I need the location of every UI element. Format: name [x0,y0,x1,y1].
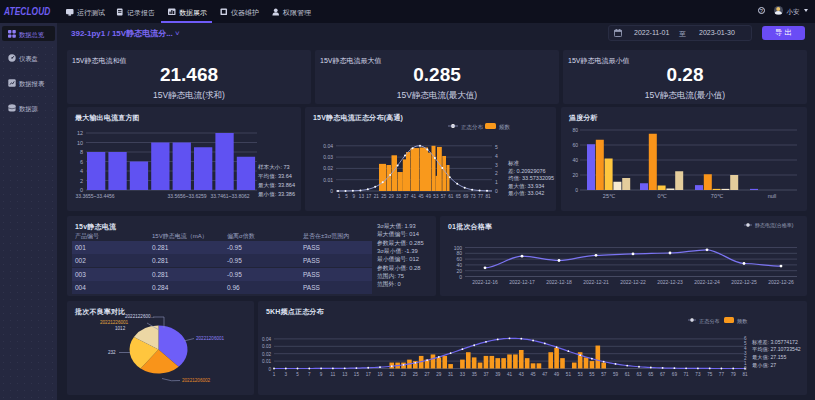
svg-text:最小值: 33.042: 最小值: 33.042 [508,190,544,196]
svg-text:5: 5 [345,194,348,199]
svg-text:79: 79 [731,372,737,377]
svg-text:19: 19 [377,372,383,377]
svg-text:0℃: 0℃ [657,193,666,199]
svg-text:10: 10 [77,140,83,146]
svg-text:59: 59 [613,372,619,377]
svg-text:11: 11 [331,372,336,377]
svg-text:0.04: 0.04 [262,337,271,342]
svg-text:80: 80 [572,127,578,133]
svg-text:47: 47 [542,372,548,377]
svg-text:0.03: 0.03 [262,344,271,349]
svg-text:20221206001: 20221206001 [196,336,225,341]
svg-text:45: 45 [531,372,537,377]
svg-text:9: 9 [320,372,323,377]
svg-text:0.04: 0.04 [323,143,333,149]
svg-text:35: 35 [472,372,478,377]
svg-text:65: 65 [456,194,462,199]
svg-text:标准: 标准 [507,160,520,167]
svg-text:41: 41 [507,372,513,377]
svg-text:13: 13 [342,372,348,377]
svg-text:最大值: 33.934: 最大值: 33.934 [508,183,544,189]
svg-text:2022-12-18: 2022-12-18 [546,279,572,285]
svg-text:21: 21 [389,372,395,377]
svg-text:2022-12-22: 2022-12-22 [620,279,646,285]
svg-text:13: 13 [359,194,365,199]
svg-text:null: null [768,193,777,199]
svg-text:频数: 频数 [737,318,748,324]
svg-text:3: 3 [285,372,288,377]
svg-text:1: 1 [338,194,341,199]
svg-text:1012: 1012 [115,326,126,331]
svg-text:73: 73 [695,372,701,377]
svg-text:49: 49 [426,194,432,199]
svg-text:51: 51 [566,372,572,377]
svg-text:77: 77 [719,372,725,377]
svg-text:53: 53 [578,372,584,377]
svg-text:平均值: 27.10733542: 平均值: 27.10733542 [752,346,801,352]
svg-text:平均值: 33.64: 平均值: 33.64 [258,173,292,179]
svg-text:4: 4 [495,153,498,159]
svg-text:100: 100 [454,245,463,251]
svg-text:0: 0 [744,366,747,371]
svg-text:17: 17 [366,372,372,377]
svg-text:1: 1 [495,179,498,185]
svg-text:正态分布: 正态分布 [699,318,720,324]
svg-text:33: 33 [460,372,466,377]
svg-text:最小值: 33.386: 最小值: 33.386 [258,191,295,197]
svg-text:0.02: 0.02 [323,165,333,171]
svg-text:55: 55 [589,372,595,377]
svg-text:静态电流(合格率): 静态电流(合格率) [755,222,794,229]
svg-text:9: 9 [353,194,356,199]
svg-text:57: 57 [441,194,447,199]
svg-text:0.03: 0.03 [323,154,333,160]
svg-text:25℃: 25℃ [603,193,615,199]
svg-text:2022-12-17: 2022-12-17 [509,279,535,285]
svg-text:37: 37 [403,194,409,199]
svg-text:20221206002: 20221206002 [182,378,211,383]
svg-text:2022-12-16: 2022-12-16 [472,279,498,285]
svg-text:2022-12-25: 2022-12-25 [731,279,757,285]
svg-text:69: 69 [672,372,678,377]
svg-text:71: 71 [684,372,690,377]
svg-text:61: 61 [448,194,454,199]
svg-text:2022-12-23: 2022-12-23 [657,279,683,285]
svg-text:29: 29 [436,372,442,377]
svg-text:43: 43 [519,372,525,377]
svg-text:均值: 33.57332095: 均值: 33.57332095 [508,175,554,181]
svg-text:12: 12 [77,130,83,136]
svg-text:81: 81 [742,372,748,377]
svg-text:0.02: 0.02 [262,352,271,357]
svg-text:63: 63 [636,372,642,377]
svg-text:2022-12-24: 2022-12-24 [694,279,720,285]
svg-text:25: 25 [413,372,419,377]
svg-text:2022-12-26: 2022-12-26 [768,279,794,285]
svg-text:61: 61 [625,372,631,377]
svg-text:49: 49 [554,372,560,377]
svg-text:0: 0 [330,188,333,194]
svg-text:5: 5 [495,144,498,150]
svg-text:29: 29 [389,194,395,199]
svg-text:0: 0 [459,274,462,280]
svg-text:65: 65 [648,372,654,377]
svg-text:频数: 频数 [499,124,511,130]
svg-text:标准差: 3.05774172: 标准差: 3.05774172 [751,339,798,346]
svg-text:2: 2 [495,170,498,176]
svg-text:15: 15 [354,372,360,377]
svg-text:25: 25 [381,194,387,199]
svg-text:73: 73 [471,194,477,199]
svg-text:232: 232 [108,350,116,355]
svg-text:4: 4 [80,168,83,174]
svg-text:7: 7 [308,372,311,377]
svg-text:2022122600...: 2022122600... [125,314,154,319]
svg-text:20221226001: 20221226001 [100,320,129,325]
svg-text:31: 31 [448,372,454,377]
svg-text:33: 33 [396,194,402,199]
svg-text:77: 77 [478,194,484,199]
svg-text:60: 60 [572,142,578,148]
svg-text:80: 80 [456,250,462,256]
svg-text:57: 57 [601,372,607,377]
svg-text:27: 27 [425,372,431,377]
svg-text:0: 0 [268,367,271,372]
svg-text:60: 60 [456,256,462,262]
svg-text:5: 5 [296,372,299,377]
